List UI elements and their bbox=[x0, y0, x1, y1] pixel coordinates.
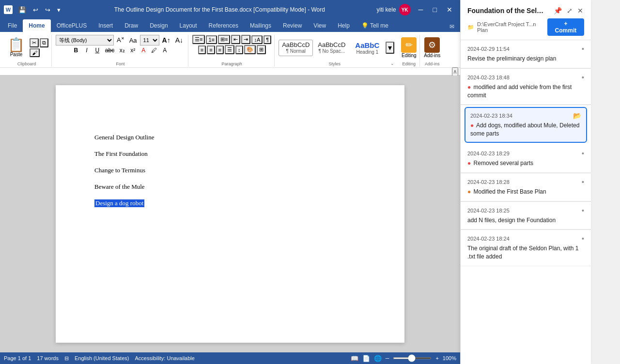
print-layout-btn[interactable]: 📄 bbox=[362, 355, 370, 362]
bold-button[interactable]: B bbox=[71, 46, 81, 54]
copy-button[interactable]: ⧉ bbox=[40, 38, 48, 47]
justify-btn[interactable]: ☰ bbox=[225, 45, 234, 54]
tab-draw[interactable]: Draw bbox=[119, 19, 144, 32]
commit-more-4: • bbox=[582, 150, 584, 157]
editing-title: Editing bbox=[401, 61, 417, 66]
borders-btn[interactable]: ⊞ bbox=[257, 45, 266, 54]
zoom-level: 100% bbox=[443, 355, 456, 361]
shading-btn[interactable]: 🎨 bbox=[244, 45, 256, 54]
zoom-in-icon: + bbox=[435, 355, 438, 361]
tab-home[interactable]: Home bbox=[23, 19, 50, 32]
show-marks-btn[interactable]: ¶ bbox=[264, 35, 271, 44]
commit-message-1: Revise the preliminary design plan bbox=[467, 55, 584, 63]
user-name: yiti kele bbox=[377, 6, 396, 13]
italic-button[interactable]: I bbox=[82, 46, 92, 54]
commit-item-4[interactable]: 2024-02-23 18:29 • ● Removed several par… bbox=[461, 145, 591, 173]
more-icon[interactable]: ▾ bbox=[55, 5, 62, 15]
commit-item-1[interactable]: 2024-02-29 11:54 • Revise the preliminar… bbox=[461, 40, 591, 68]
tab-mailings[interactable]: Mailings bbox=[244, 19, 277, 32]
restore-button[interactable]: □ bbox=[429, 4, 441, 15]
commit-date-4: 2024-02-23 18:29 bbox=[467, 151, 510, 156]
commit-item-2[interactable]: 2024-02-23 18:48 • ● modified and add ve… bbox=[461, 69, 591, 105]
editing-icon: ✏ bbox=[401, 37, 417, 53]
styles-more-btn[interactable]: ▾ bbox=[386, 42, 394, 54]
highlight-btn[interactable]: 🖊 bbox=[149, 46, 159, 54]
addins-group-content: ⚙ Add-ins bbox=[424, 35, 440, 61]
save-icon[interactable]: 💾 bbox=[16, 5, 28, 15]
editing-group: ✏ Editing Editing bbox=[398, 35, 420, 66]
font-color-btn[interactable]: A bbox=[139, 46, 148, 54]
close-button[interactable]: ✕ bbox=[443, 4, 456, 15]
ribbon-collapse-btn[interactable]: ∧ bbox=[452, 67, 458, 76]
increase-indent-btn[interactable]: ⇥ bbox=[241, 35, 250, 44]
bullets-btn[interactable]: ☰≡ bbox=[192, 35, 205, 44]
undo-icon[interactable]: ↩ bbox=[31, 5, 40, 15]
format-painter-button[interactable]: 🖌 bbox=[30, 48, 40, 57]
minimize-button[interactable]: ─ bbox=[415, 4, 427, 15]
tab-review[interactable]: Review bbox=[277, 19, 308, 32]
text-effects-btn[interactable]: A bbox=[160, 46, 170, 54]
commit-item-3[interactable]: 2024-02-23 18:34 📂 ● Add dogs, modified … bbox=[465, 107, 587, 143]
multilevel-btn[interactable]: ⊞≡ bbox=[218, 35, 230, 44]
commit-button[interactable]: + Commit bbox=[547, 18, 584, 36]
pin-icon[interactable]: 📌 bbox=[553, 6, 563, 15]
line-spacing-btn[interactable]: ↕ bbox=[235, 46, 243, 54]
style-nospace[interactable]: AaBbCcD ¶ No Spac... bbox=[314, 40, 349, 56]
expand-icon[interactable]: ⤢ bbox=[566, 6, 574, 15]
panel-header: Foundation of the Seldo... 📌 ⤢ ✕ 📁 D:\Ev… bbox=[461, 0, 591, 40]
zoom-slider[interactable] bbox=[393, 357, 432, 359]
word-icon: W bbox=[4, 5, 13, 14]
commit-message-7: The original draft of the Seldon Plan, w… bbox=[467, 244, 584, 261]
share-icon[interactable]: ✉ bbox=[446, 21, 458, 32]
style-heading1[interactable]: AaBbC Heading 1 bbox=[350, 40, 384, 56]
clear-format-btn[interactable]: A✕ bbox=[115, 36, 126, 44]
read-mode-btn[interactable]: 📖 bbox=[351, 355, 358, 362]
tab-officeplus[interactable]: OfficePLUS bbox=[51, 19, 93, 32]
doc-line-5: Design a dog robot bbox=[94, 199, 366, 216]
decrease-font-btn[interactable]: A↓ bbox=[173, 36, 185, 45]
tab-view[interactable]: View bbox=[308, 19, 332, 32]
cut-button[interactable]: ✂ bbox=[30, 38, 39, 47]
sort-btn[interactable]: ↕A bbox=[251, 35, 263, 44]
web-view-btn[interactable]: 🌐 bbox=[374, 355, 382, 362]
font-family-select[interactable]: 等线 (Body) bbox=[56, 35, 114, 46]
title-bar-left: W 💾 ↩ ↪ ▾ bbox=[4, 5, 62, 15]
superscript-button[interactable]: x² bbox=[128, 46, 138, 54]
document-area[interactable]: General Design Outline The First Foundat… bbox=[0, 76, 460, 352]
commit-item-5[interactable]: 2024-02-23 18:28 • ● Modified the First … bbox=[461, 173, 591, 201]
underline-button[interactable]: U bbox=[93, 46, 102, 54]
decrease-indent-btn[interactable]: ⇤ bbox=[231, 35, 240, 44]
tab-insert[interactable]: Insert bbox=[93, 19, 119, 32]
tab-references[interactable]: References bbox=[203, 19, 244, 32]
strikethrough-button[interactable]: abc bbox=[103, 46, 116, 54]
addins-btn[interactable]: ⚙ Add-ins bbox=[424, 37, 440, 58]
tab-design[interactable]: Design bbox=[144, 19, 173, 32]
commit-message-5: ● Modified the First Base Plan bbox=[467, 188, 584, 196]
commit-item-6[interactable]: 2024-02-23 18:25 • add N files, design t… bbox=[461, 202, 591, 230]
subscript-button[interactable]: x₂ bbox=[117, 46, 127, 54]
tab-tell-me[interactable]: 💡 Tell me bbox=[356, 19, 394, 32]
tab-layout[interactable]: Layout bbox=[174, 19, 203, 32]
ribbon: 📋 Paste ✂ ⧉ 🖌 bbox=[0, 32, 460, 76]
zoom-out-icon: ─ bbox=[386, 355, 389, 361]
redo-icon[interactable]: ↪ bbox=[43, 5, 52, 15]
folder-icon: 📁 bbox=[467, 24, 474, 30]
editing-label: Editing bbox=[402, 53, 417, 58]
tab-file[interactable]: File bbox=[2, 19, 23, 32]
align-center-btn[interactable]: ≡ bbox=[207, 46, 215, 54]
paste-button[interactable]: 📋 Paste bbox=[5, 37, 28, 58]
commit-item-7[interactable]: 2024-02-23 18:24 • The original draft of… bbox=[461, 230, 591, 266]
increase-font-btn[interactable]: A↑ bbox=[160, 36, 172, 45]
styles-expand-btn[interactable]: ⌄ bbox=[390, 61, 394, 66]
commit-date-2: 2024-02-23 18:48 bbox=[467, 75, 510, 80]
align-right-btn[interactable]: ≡ bbox=[216, 46, 224, 54]
style-normal[interactable]: AaBbCcD ¶ Normal bbox=[279, 40, 313, 56]
font-row-1: 等线 (Body) A✕ Aa 11 A↑ A↓ bbox=[56, 35, 185, 46]
panel-title-row: Foundation of the Seldo... 📌 ⤢ ✕ bbox=[467, 6, 584, 15]
tab-help[interactable]: Help bbox=[332, 19, 356, 32]
panel-close-btn[interactable]: ✕ bbox=[576, 6, 584, 15]
change-case-btn[interactable]: Aa bbox=[127, 36, 139, 45]
numbering-btn[interactable]: 1≡ bbox=[206, 35, 217, 44]
align-left-btn[interactable]: ≡ bbox=[198, 46, 206, 54]
font-size-select[interactable]: 11 bbox=[140, 35, 159, 46]
